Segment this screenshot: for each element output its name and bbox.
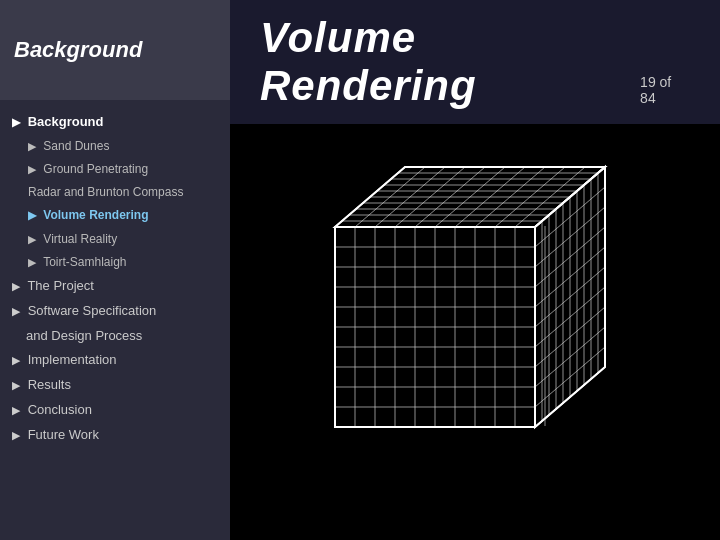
nav-item-background[interactable]: ▶ Background (0, 110, 230, 135)
nav-label-ground-penetrating: Ground Penetrating (43, 162, 148, 176)
nav-label-and-design: and Design Process (26, 328, 142, 343)
nav-label-background: Background (28, 114, 104, 129)
nav-arrow-sand-dunes: ▶ (28, 138, 36, 156)
nav-item-sand-dunes[interactable]: ▶ Sand Dunes (0, 135, 230, 158)
nav-label-sand-dunes: Sand Dunes (43, 139, 109, 153)
nav-item-radar-brunton[interactable]: Radar and Brunton Compass (0, 181, 230, 204)
main-content (230, 124, 720, 540)
nav-arrow-results: ▶ (12, 377, 20, 395)
nav-item-conclusion[interactable]: ▶ Conclusion (0, 398, 230, 423)
sidebar: Background ▶ Background ▶ Sand Dunes ▶ G… (0, 0, 230, 540)
sidebar-header: Background (0, 0, 230, 100)
nav-item-volume-rendering-sub[interactable]: ▶ Volume Rendering (0, 204, 230, 227)
slide-counter: 19 of 84 (640, 74, 690, 110)
nav-arrow-ground-penetrating: ▶ (28, 161, 36, 179)
nav-label-the-project: The Project (27, 278, 93, 293)
nav-label-implementation: Implementation (28, 352, 117, 367)
nav-arrow-background: ▶ (12, 114, 20, 132)
sidebar-nav: ▶ Background ▶ Sand Dunes ▶ Ground Penet… (0, 100, 230, 540)
nav-item-results[interactable]: ▶ Results (0, 373, 230, 398)
nav-item-virtual-reality[interactable]: ▶ Virtual Reality (0, 228, 230, 251)
nav-item-future-work[interactable]: ▶ Future Work (0, 423, 230, 448)
nav-arrow-implementation: ▶ (12, 352, 20, 370)
nav-label-volume-rendering-sub: Volume Rendering (43, 208, 148, 222)
nav-item-ground-penetrating[interactable]: ▶ Ground Penetrating (0, 158, 230, 181)
nav-item-toirt-samhlaigh[interactable]: ▶ Toirt-Samhlaigh (0, 251, 230, 274)
nav-item-software-spec[interactable]: ▶ Software Specification (0, 299, 230, 324)
main-header: Volume Rendering 19 of 84 (230, 0, 720, 124)
nav-label-virtual-reality: Virtual Reality (43, 232, 117, 246)
cube-visualization (300, 142, 650, 522)
nav-item-and-design[interactable]: and Design Process (0, 324, 230, 349)
nav-arrow-virtual-reality: ▶ (28, 231, 36, 249)
nav-label-toirt-samhlaigh: Toirt-Samhlaigh (43, 255, 126, 269)
main-panel: Volume Rendering 19 of 84 (230, 0, 720, 540)
nav-arrow-conclusion: ▶ (12, 402, 20, 420)
sidebar-title: Background (14, 37, 142, 63)
nav-item-the-project[interactable]: ▶ The Project (0, 274, 230, 299)
nav-arrow-toirt-samhlaigh: ▶ (28, 254, 36, 272)
nav-arrow-the-project: ▶ (12, 278, 20, 296)
nav-label-results: Results (28, 377, 71, 392)
nav-label-conclusion: Conclusion (28, 402, 92, 417)
nav-item-implementation[interactable]: ▶ Implementation (0, 348, 230, 373)
main-title: Volume Rendering (260, 14, 640, 110)
nav-label-software-spec: Software Specification (28, 303, 157, 318)
nav-arrow-volume-rendering: ▶ (28, 207, 36, 225)
nav-arrow-software-spec: ▶ (12, 303, 20, 321)
cube-svg (305, 147, 645, 517)
nav-label-radar-brunton: Radar and Brunton Compass (28, 185, 183, 199)
nav-arrow-future-work: ▶ (12, 427, 20, 445)
nav-label-future-work: Future Work (28, 427, 99, 442)
